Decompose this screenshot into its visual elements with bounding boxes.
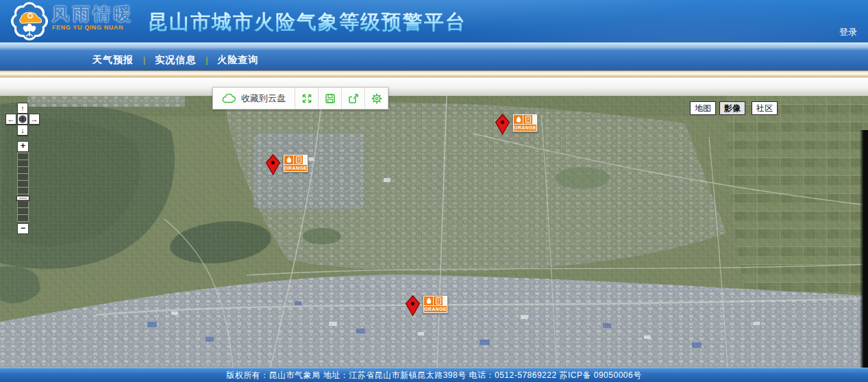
fire-risk-level-label: ORANGE (284, 165, 307, 171)
hazard-sign-icon (523, 115, 532, 124)
save-to-cloud-label: 收藏到云盘 (241, 92, 286, 105)
map-pin-icon[interactable] (495, 114, 510, 135)
fire-risk-placard[interactable]: ORANGE (512, 114, 538, 132)
map-pin-icon[interactable] (265, 154, 281, 175)
fire-risk-placard[interactable]: ORANGE (283, 154, 308, 173)
cloud-icon (222, 94, 236, 103)
map-pin-icon[interactable] (405, 295, 421, 316)
map-type-map-button[interactable]: 地图 (690, 101, 716, 115)
pan-down-button[interactable]: ↓ (17, 125, 28, 136)
zoom-slider-track[interactable] (17, 153, 29, 222)
pan-center-globe-button[interactable] (17, 114, 28, 125)
zoom-slider-handle[interactable] (16, 196, 29, 201)
pan-right-button[interactable]: → (29, 114, 40, 125)
satellite-map[interactable]: ↑ ← → ↓ + (0, 96, 868, 368)
satellite-imagery (0, 96, 868, 368)
zoom-out-button[interactable]: − (17, 223, 29, 234)
gear-icon (371, 93, 382, 104)
nav-item-fire-risk-query[interactable]: 火险查询 (217, 54, 258, 66)
logo-chinese-name: 风雨情暖 (52, 5, 134, 23)
logo-emblem-icon (11, 1, 48, 41)
globe-icon (18, 115, 27, 123)
zoom-in-button[interactable]: + (17, 141, 29, 152)
nav-separator: | (206, 55, 208, 65)
unloaded-tile-strip (860, 130, 868, 368)
logo-text: 风雨情暖 FENG YU QING NUAN (52, 5, 134, 31)
share-export-icon (348, 93, 359, 104)
header-divider-strip (0, 42, 868, 49)
settings-button[interactable] (364, 88, 388, 109)
hazard-sign-icon (294, 155, 303, 164)
map-toolbar: 收藏到云盘 (212, 87, 388, 110)
pan-up-button[interactable]: ↑ (17, 103, 28, 114)
fire-warning-marker[interactable]: ORANGE (405, 295, 448, 316)
fire-risk-level-label: ORANGE (424, 306, 447, 312)
fullscreen-button[interactable] (295, 88, 318, 109)
flame-icon (514, 115, 523, 124)
save-disk-icon (325, 93, 336, 104)
fire-risk-placard[interactable]: ORANGE (423, 295, 448, 314)
logo-english-name: FENG YU QING NUAN (52, 25, 134, 31)
share-button[interactable] (341, 88, 364, 109)
flame-icon (424, 296, 433, 305)
header: 风雨情暖 FENG YU QING NUAN 昆山市城市火险气象等级预警平台 登… (0, 0, 868, 42)
nav-separator: | (143, 55, 145, 65)
map-type-community-button[interactable]: 社区 (752, 101, 778, 115)
save-to-cloud-button[interactable]: 收藏到云盘 (213, 88, 295, 109)
beige-divider-strip (0, 71, 868, 77)
fire-warning-marker[interactable]: ORANGE (495, 114, 538, 135)
copyright-text: 版权所有：昆山市气象局 地址：江苏省昆山市新镇昆太路398号 电话：0512-5… (226, 370, 641, 381)
nav-item-live-info[interactable]: 实况信息 (155, 54, 196, 66)
map-type-switcher: 地图 影像 社区 (686, 101, 778, 115)
login-link[interactable]: 登录 (839, 26, 857, 38)
fire-risk-level-label: ORANGE (514, 125, 536, 131)
fire-warning-platform-page: 风雨情暖 FENG YU QING NUAN 昆山市城市火险气象等级预警平台 登… (0, 0, 868, 382)
map-type-satellite-button[interactable]: 影像 (719, 101, 745, 115)
footer: 版权所有：昆山市气象局 地址：江苏省昆山市新镇昆太路398号 电话：0512-5… (0, 368, 868, 382)
pan-left-button[interactable]: ← (5, 114, 16, 125)
page-title: 昆山市城市火险气象等级预警平台 (148, 9, 467, 36)
map-zoom-control: + − (17, 141, 29, 234)
map-pan-control: ↑ ← → ↓ (5, 103, 41, 137)
main-nav: 天气预报 | 实况信息 | 火险查询 (0, 49, 868, 71)
fire-warning-marker[interactable]: ORANGE (265, 154, 308, 175)
nav-item-weather-forecast[interactable]: 天气预报 (92, 54, 134, 66)
content-top-band (0, 77, 868, 96)
zoom-level-cell[interactable] (17, 214, 29, 222)
hazard-sign-icon (434, 296, 443, 305)
flame-icon (284, 155, 293, 164)
fullscreen-icon (301, 93, 312, 104)
save-image-button[interactable] (318, 88, 341, 109)
